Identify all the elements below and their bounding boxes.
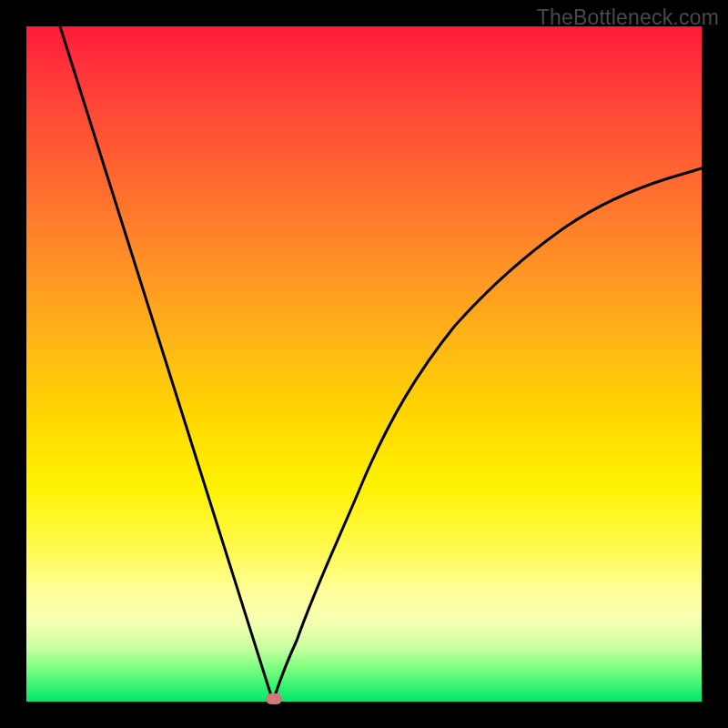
min-marker [266, 693, 282, 704]
watermark-text: TheBottleneck.com [537, 5, 719, 30]
chart-frame: TheBottleneck.com [0, 0, 728, 728]
plot-area [26, 26, 702, 702]
